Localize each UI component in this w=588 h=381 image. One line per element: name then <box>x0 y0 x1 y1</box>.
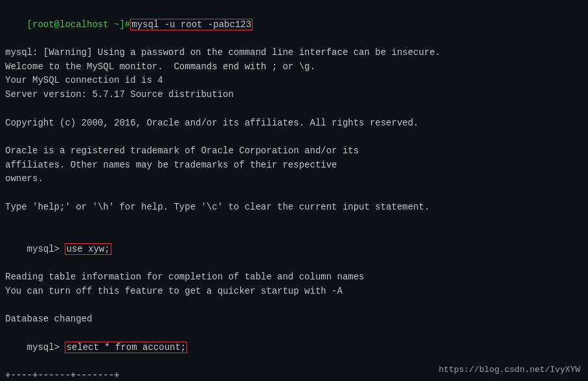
line-blank4 <box>5 214 583 228</box>
line-connection: Your MySQL connection id is 4 <box>5 74 583 88</box>
cmd-1: mysql -u root -pabc123 <box>131 19 251 30</box>
line-help: Type 'help;' or '\h' for help. Type '\c'… <box>5 201 583 215</box>
line-warning: mysql: [Warning] Using a password on the… <box>5 46 583 60</box>
line-blank5 <box>5 298 583 312</box>
line-dbchanged: Database changed <box>5 312 583 327</box>
line-copyright: Copyright (c) 2000, 2016, Oracle and/or … <box>5 116 583 131</box>
line-1: [root@localhost ~]#mysql -u root -pabc12… <box>5 4 583 46</box>
prompt-1: [root@localhost ~]# <box>27 19 131 30</box>
line-oracle1: Oracle is a registered trademark of Orac… <box>5 144 583 158</box>
line-blank1 <box>5 102 583 116</box>
cmd-3: select * from account; <box>66 342 186 353</box>
line-oracle3: owners. <box>5 172 583 186</box>
cmd-3-box: select * from account; <box>65 342 187 353</box>
line-blank3 <box>5 186 583 201</box>
line-use-xyw: mysql> use xyw; <box>5 228 583 270</box>
cmd-2-box: use xyw; <box>65 243 111 255</box>
line-oracle2: affiliates. Other names may be trademark… <box>5 158 583 173</box>
line-welcome1: Welcome to the MySQL monitor. Commands e… <box>5 60 583 74</box>
cmd-2: use xyw; <box>66 244 109 254</box>
prompt-2: mysql> <box>27 244 60 254</box>
terminal-window: [root@localhost ~]#mysql -u root -pabc12… <box>0 0 588 381</box>
watermark: https://blog.csdn.net/IvyXYW <box>439 365 580 375</box>
line-reading1: Reading table information for completion… <box>5 270 583 285</box>
line-server: Server version: 5.7.17 Source distributi… <box>5 88 583 102</box>
line-blank2 <box>5 130 583 144</box>
line-reading2: You can turn off this feature to get a q… <box>5 285 583 299</box>
cmd-1-box: mysql -u root -pabc123 <box>130 19 253 30</box>
line-select: mysql> select * from account; <box>5 327 583 369</box>
prompt-3: mysql> <box>27 342 60 353</box>
